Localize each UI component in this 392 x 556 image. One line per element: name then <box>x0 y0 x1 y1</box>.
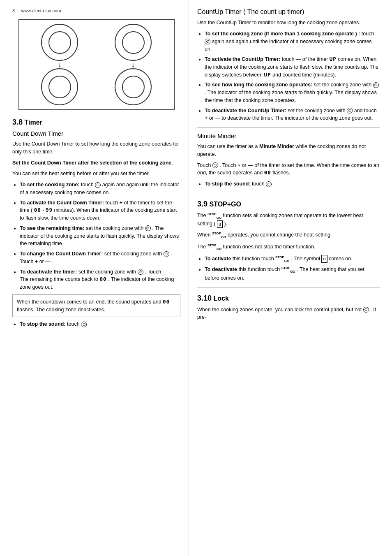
39-bullet-activate: To activate this function touch STOPGO .… <box>205 255 380 264</box>
burner-outer-bottom-right <box>115 68 152 105</box>
countup-b3-bold: To see how long the cooking zone operate… <box>205 82 312 88</box>
divider-2 <box>197 193 380 193</box>
count-down-intro: Use the Count Down Timer to set how long… <box>12 140 180 156</box>
timer-icon-4: ⏱ <box>138 269 143 275</box>
countup-intro: Use the CountUp Timer to monitor how lon… <box>197 19 380 27</box>
countup-bullets: To set the cooking zone (if more than 1 … <box>205 30 380 122</box>
countup-bullet-4: To deactivate the CountUp Timer: set the… <box>205 107 380 123</box>
cooktop-bottom-row <box>23 68 170 105</box>
left-column: 8 www.electrolux.com ↓ ↓ <box>0 0 189 556</box>
display-99: 99 <box>46 207 53 213</box>
minute-minder-bullets: To stop the sound: touch ⏱ <box>205 180 380 188</box>
stop-sound-bold: To stop the sound: <box>20 321 66 327</box>
cooktop-diagram: ↓ ↓ <box>18 19 175 110</box>
minute-minder-title: Minute Minder <box>197 132 380 139</box>
bullet-activate-countdown: To activate the Count Down Timer: touch … <box>20 199 180 222</box>
display-00c: 00 <box>163 299 170 305</box>
display-up: UP <box>330 56 337 62</box>
burner-inner-bottom-right <box>122 76 145 98</box>
countup-b1-bold: To set the cooking zone (if more than 1 … <box>205 31 360 37</box>
bullet-see-remaining: To see the remaining time: set the cooki… <box>20 225 180 248</box>
count-down-bold-header: Set the Count Down Timer after the selec… <box>12 159 180 167</box>
countup-title: CountUp Timer ( The count up timer) <box>197 8 380 16</box>
u-sym-2: u <box>321 255 327 263</box>
section-38-title: Timer <box>24 119 42 126</box>
arrow-top-left: ↓ <box>58 61 62 68</box>
burner-inner-bottom-left <box>48 76 71 98</box>
stopgo-sup-3: STOP <box>208 243 217 247</box>
stopgo-sup-b1: STOP <box>275 255 284 259</box>
stopgo-sup-b2: STOP <box>281 266 291 270</box>
countup-bullet-2: To activate the CountUp Timer: touch — o… <box>205 56 380 79</box>
burner-inner-top-right <box>122 31 145 54</box>
countup-bullet-3: To see how long the cooking zone operate… <box>205 81 380 104</box>
burner-outer-top-right <box>115 24 152 61</box>
display-00: 00 <box>34 207 41 213</box>
39-b1-bold: To activate <box>205 256 231 262</box>
burner-group-bottom-left <box>41 68 78 105</box>
stopgo-sub-b2: GO <box>290 270 295 273</box>
section-39-body1: The STOPGO function sets all cooking zon… <box>197 212 380 228</box>
section-39-bullets: To activate this function touch STOPGO .… <box>205 255 380 282</box>
count-down-title: Count Down Timer <box>12 130 180 137</box>
bullet-3-bold: To see the remaining time: <box>20 225 84 231</box>
stopgo-sup-1: STOP <box>208 212 217 216</box>
section-39-body3: The STOPGO function does not stop the ti… <box>197 243 380 252</box>
minute-minder-body: Touch ⏱ . Touch + or — of the timer to s… <box>197 162 380 177</box>
page-number: 8 <box>12 8 15 13</box>
bullet-2-bold: To activate the Count Down Timer: <box>20 200 104 206</box>
stopgo-sub-2: GO <box>221 235 226 239</box>
timer-icon-310: ⏱ <box>363 307 369 313</box>
section-39-header: 3.9 STOP+GO <box>197 200 380 208</box>
stopgo-sub-1: GO <box>217 215 221 219</box>
countup-b4-bold: To deactivate the CountUp Timer: <box>205 108 286 114</box>
section-310-title: Lock <box>214 295 229 302</box>
bullet-change-countdown: To change the Count Down Timer: set the … <box>20 250 180 266</box>
timer-icon-stop: ⏱ <box>81 322 87 327</box>
timer-icon-mm1: ⏱ <box>212 162 218 168</box>
display-00b: 00 <box>100 276 107 282</box>
page: 8 www.electrolux.com ↓ ↓ <box>0 0 392 556</box>
section-310-header: 3.10 Lock <box>197 294 380 303</box>
burner-group-bottom-right <box>115 68 152 105</box>
display-00-mm: 00 <box>264 169 271 176</box>
mm-stop-sound: To stop the sound: touch ⏱ <box>205 180 380 188</box>
timer-icon-1: ⏱ <box>95 182 101 188</box>
section-39-title: STOP+GO <box>209 201 241 208</box>
39-b2-bold: To deactivate <box>205 266 237 272</box>
section-39-body2: When STOPGO operates, you cannot change … <box>197 231 380 240</box>
section-310-number: 3.10 <box>197 294 212 302</box>
timer-icon-r3: ⏱ <box>347 108 353 114</box>
bullet-1-bold: To set the cooking zone: <box>20 182 80 188</box>
stop-sound-text: touch ⏱ <box>67 321 87 327</box>
burner-outer-top-left <box>41 24 78 61</box>
timer-icon-r1: ⏱ <box>205 39 210 44</box>
bullet-set-cooking-zone: To set the cooking zone: touch ⏱ again a… <box>20 181 180 197</box>
stop-sound-bullet-list: To stop the sound: touch ⏱ <box>20 320 180 328</box>
divider-3 <box>197 287 380 287</box>
section-39-number: 3.9 <box>197 200 208 208</box>
burner-group-top-right: ↓ <box>115 24 152 68</box>
minute-minder-bold: Minute Minder <box>259 144 294 149</box>
bullet-5-bold: To deactivate the timer: <box>20 269 77 275</box>
cooktop-top-row: ↓ ↓ <box>23 24 170 68</box>
website: www.electrolux.com <box>21 8 61 13</box>
section-39: 3.9 STOP+GO The STOPGO function sets all… <box>197 200 380 282</box>
u-sym-1: u <box>217 220 223 228</box>
bullet-4-bold: To change the Count Down Timer: <box>20 251 103 257</box>
timer-icon-mm2: ⏱ <box>266 181 272 187</box>
39-b1-text: this function touch STOPGO . The symbol … <box>233 256 353 262</box>
minute-minder-intro: You can use the timer as a Minute Minder… <box>197 143 380 158</box>
stopgo-sub-b1: GO <box>284 259 289 262</box>
mm-stop-bold: To stop the sound: <box>205 181 251 187</box>
divider-1 <box>197 127 380 127</box>
burner-inner-top-left <box>48 31 71 54</box>
burner-outer-bottom-left <box>41 68 78 105</box>
bullet-stop-sound: To stop the sound: touch ⏱ <box>20 320 180 328</box>
count-down-bullets: To set the cooking zone: touch ⏱ again a… <box>20 181 180 291</box>
timer-icon-2: ⏱ <box>145 225 151 231</box>
stopgo-sup-2: STOP <box>212 232 221 235</box>
page-header: 8 www.electrolux.com <box>12 8 180 13</box>
section-310-body: When the cooking zones operate, you can … <box>197 306 380 322</box>
arrow-top-right: ↓ <box>131 61 135 68</box>
